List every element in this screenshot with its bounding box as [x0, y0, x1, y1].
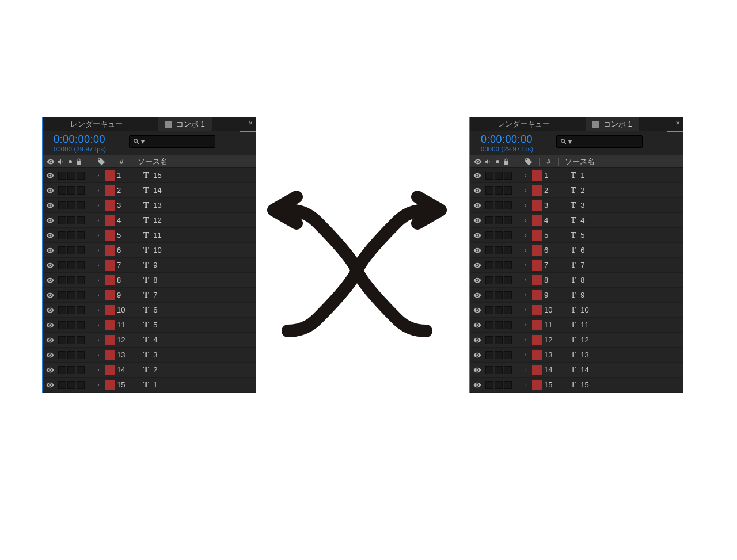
- layer-row[interactable]: ›1T15: [43, 168, 256, 183]
- twirl-arrow[interactable]: ›: [521, 247, 530, 253]
- twirl-arrow[interactable]: ›: [94, 172, 103, 178]
- visibility-toggle[interactable]: [43, 231, 57, 239]
- layer-color-label[interactable]: [105, 290, 115, 300]
- switch-box[interactable]: [77, 276, 85, 284]
- current-timecode[interactable]: 0:00:00:00: [481, 134, 533, 146]
- switch-box[interactable]: [495, 246, 503, 254]
- switch-box[interactable]: [77, 172, 85, 180]
- switch-box[interactable]: [77, 246, 85, 254]
- switch-box[interactable]: [67, 201, 75, 209]
- layer-color-label[interactable]: [105, 350, 115, 360]
- tab-comp-1[interactable]: コンポ 1: [586, 117, 639, 131]
- layer-row[interactable]: ›3T3: [470, 198, 683, 213]
- switch-box[interactable]: [504, 366, 512, 374]
- layer-color-label[interactable]: [105, 335, 115, 345]
- layer-switches[interactable]: [57, 216, 94, 224]
- layer-color-label[interactable]: [105, 230, 115, 241]
- switch-box[interactable]: [67, 306, 75, 314]
- switch-box[interactable]: [504, 306, 512, 314]
- switch-box[interactable]: [495, 261, 503, 269]
- layer-switches[interactable]: [484, 366, 521, 374]
- layer-color-label[interactable]: [532, 350, 542, 360]
- switch-box[interactable]: [485, 276, 493, 284]
- visibility-toggle[interactable]: [43, 276, 57, 284]
- switch-box[interactable]: [495, 216, 503, 224]
- switch-box[interactable]: [495, 172, 503, 180]
- layer-row[interactable]: ›6T6: [470, 243, 683, 258]
- layer-source[interactable]: T15: [557, 380, 683, 390]
- switch-box[interactable]: [58, 366, 66, 374]
- layer-row[interactable]: ›15T1: [43, 378, 256, 393]
- layer-color-label[interactable]: [105, 245, 115, 256]
- layer-row[interactable]: ›15T15: [470, 378, 683, 393]
- audio-header-icon[interactable]: [484, 158, 492, 166]
- layer-row[interactable]: ›10T6: [43, 303, 256, 318]
- layer-color-label[interactable]: [105, 320, 115, 330]
- layer-row[interactable]: ›4T4: [470, 213, 683, 228]
- visibility-toggle[interactable]: [43, 201, 57, 209]
- switch-box[interactable]: [485, 201, 493, 209]
- layer-row[interactable]: ›5T5: [470, 228, 683, 243]
- switch-box[interactable]: [77, 201, 85, 209]
- switch-box[interactable]: [485, 231, 493, 239]
- layer-color-label[interactable]: [532, 380, 542, 390]
- switch-box[interactable]: [67, 172, 75, 180]
- layer-source[interactable]: T4: [557, 216, 683, 225]
- twirl-arrow[interactable]: ›: [521, 187, 530, 193]
- visibility-toggle[interactable]: [470, 321, 484, 329]
- layer-row[interactable]: ›4T12: [43, 213, 256, 228]
- switch-box[interactable]: [485, 381, 493, 389]
- switch-box[interactable]: [495, 231, 503, 239]
- layer-color-label[interactable]: [532, 215, 542, 226]
- switch-box[interactable]: [485, 366, 493, 374]
- switch-box[interactable]: [58, 381, 66, 389]
- layer-switches[interactable]: [484, 306, 521, 314]
- switch-box[interactable]: [495, 366, 503, 374]
- layer-switches[interactable]: [484, 186, 521, 195]
- switch-box[interactable]: [485, 216, 493, 224]
- layer-color-label[interactable]: [105, 260, 115, 271]
- switch-box[interactable]: [504, 246, 512, 254]
- close-panel-button[interactable]: ×: [248, 119, 253, 127]
- layer-source[interactable]: T15: [130, 171, 256, 180]
- layer-color-label[interactable]: [105, 305, 115, 315]
- layer-row[interactable]: ›3T13: [43, 198, 256, 213]
- switch-box[interactable]: [58, 276, 66, 284]
- layer-color-label[interactable]: [532, 320, 542, 330]
- layer-switches[interactable]: [484, 246, 521, 254]
- switch-box[interactable]: [58, 246, 66, 254]
- switch-box[interactable]: [58, 216, 66, 224]
- visibility-toggle[interactable]: [43, 381, 57, 389]
- visibility-toggle[interactable]: [470, 186, 484, 195]
- switch-box[interactable]: [58, 336, 66, 344]
- layer-row[interactable]: ›14T14: [470, 363, 683, 378]
- layer-row[interactable]: ›12T12: [470, 333, 683, 348]
- layer-color-label[interactable]: [532, 290, 542, 300]
- switch-box[interactable]: [58, 261, 66, 269]
- layer-row[interactable]: ›6T10: [43, 243, 256, 258]
- layer-switches[interactable]: [57, 306, 94, 314]
- layer-switches[interactable]: [57, 276, 94, 284]
- layer-source[interactable]: T11: [557, 321, 683, 330]
- layer-source[interactable]: T7: [557, 261, 683, 270]
- switch-box[interactable]: [504, 186, 512, 195]
- switch-box[interactable]: [77, 366, 85, 374]
- switch-box[interactable]: [58, 291, 66, 299]
- audio-header-icon[interactable]: [57, 158, 65, 166]
- layer-switches[interactable]: [57, 321, 94, 329]
- layer-switches[interactable]: [57, 381, 94, 389]
- layer-source[interactable]: T14: [557, 365, 683, 375]
- visibility-toggle[interactable]: [470, 291, 484, 299]
- solo-header-icon[interactable]: [495, 159, 500, 165]
- layer-source[interactable]: T1: [557, 171, 683, 180]
- layer-switches[interactable]: [484, 351, 521, 359]
- layer-search-input[interactable]: ▾: [556, 135, 643, 148]
- layer-switches[interactable]: [484, 216, 521, 224]
- visibility-toggle[interactable]: [470, 216, 484, 224]
- visibility-toggle[interactable]: [43, 336, 57, 344]
- switch-box[interactable]: [58, 201, 66, 209]
- solo-header-icon[interactable]: [67, 159, 73, 165]
- layer-switches[interactable]: [57, 201, 94, 209]
- switch-box[interactable]: [67, 381, 75, 389]
- visibility-toggle[interactable]: [43, 186, 57, 195]
